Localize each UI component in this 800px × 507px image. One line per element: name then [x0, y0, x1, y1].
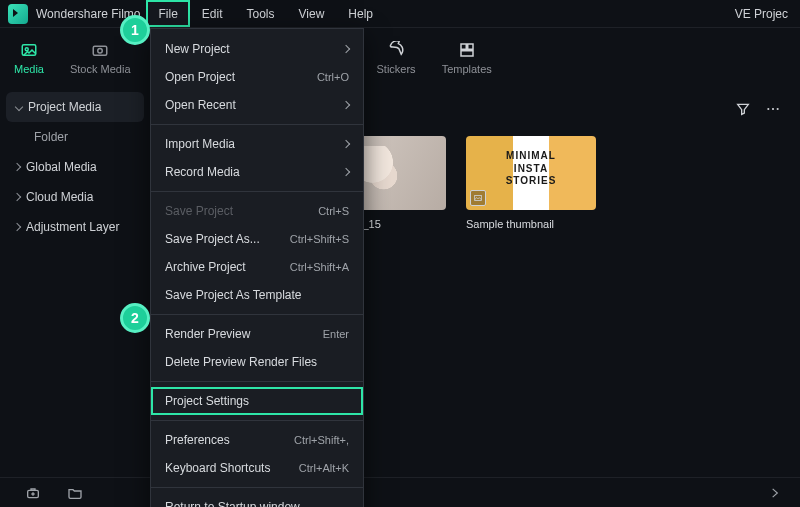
menu-item-label: Record Media: [165, 165, 240, 179]
menu-item-delete-preview-render-files[interactable]: Delete Preview Render Files: [151, 348, 363, 376]
menu-item-preferences[interactable]: PreferencesCtrl+Shift+,: [151, 426, 363, 454]
more-button[interactable]: [762, 98, 784, 120]
menu-item-shortcut: Ctrl+Alt+K: [299, 462, 349, 474]
svg-point-1: [25, 48, 28, 51]
image-icon: [19, 41, 39, 59]
menu-item-shortcut: Ctrl+Shift+S: [290, 233, 349, 245]
tab-stickers[interactable]: Stickers: [377, 41, 416, 75]
media-card[interactable]: MINIMAL INSTA STORIES Sample thumbnail: [466, 136, 596, 230]
menu-separator: [151, 420, 363, 421]
step-badge-1: 1: [120, 15, 150, 45]
tab-media-label: Media: [14, 63, 44, 75]
sidebar-item-label: Folder: [34, 130, 68, 144]
menu-item-keyboard-shortcuts[interactable]: Keyboard ShortcutsCtrl+Alt+K: [151, 454, 363, 482]
menu-separator: [151, 487, 363, 488]
menu-item-label: Archive Project: [165, 260, 246, 274]
menu-item-label: Open Project: [165, 70, 235, 84]
chevron-right-icon: [342, 168, 350, 176]
menu-help[interactable]: Help: [336, 0, 385, 27]
menu-edit[interactable]: Edit: [190, 0, 235, 27]
chevron-right-icon: [342, 45, 350, 53]
menu-item-new-project[interactable]: New Project: [151, 35, 363, 63]
tab-stickers-label: Stickers: [377, 63, 416, 75]
sidebar-item-adjustment-layer[interactable]: Adjustment Layer: [0, 212, 150, 242]
menu-view[interactable]: View: [287, 0, 337, 27]
filter-button[interactable]: [732, 98, 754, 120]
menu-item-shortcut: Enter: [323, 328, 349, 340]
menu-separator: [151, 124, 363, 125]
menu-item-label: Save Project As Template: [165, 288, 302, 302]
sidebar-item-cloud-media[interactable]: Cloud Media: [0, 182, 150, 212]
tab-templates-label: Templates: [442, 63, 492, 75]
menu-tools[interactable]: Tools: [235, 0, 287, 27]
menu-file[interactable]: File: [146, 0, 189, 27]
menu-bar: File Edit Tools View Help: [146, 0, 385, 27]
camera-icon: [90, 41, 110, 59]
tab-stock-media-label: Stock Media: [70, 63, 131, 75]
tab-media[interactable]: Media: [14, 41, 44, 75]
sidebar-item-folder[interactable]: Folder: [0, 122, 150, 152]
sidebar-item-project-media[interactable]: Project Media: [6, 92, 144, 122]
menu-separator: [151, 314, 363, 315]
menu-item-shortcut: Ctrl+Shift+,: [294, 434, 349, 446]
collapse-button[interactable]: [764, 482, 786, 504]
media-tab-bar: Media Stock Media Stickers Templates: [0, 28, 800, 88]
menu-item-shortcut: Ctrl+Shift+A: [290, 261, 349, 273]
menu-item-project-settings[interactable]: Project Settings: [151, 387, 363, 415]
step-badge-2: 2: [120, 303, 150, 333]
svg-rect-5: [467, 44, 472, 49]
sidebar: Project Media Folder Global Media Cloud …: [0, 88, 150, 477]
menu-item-save-project-as-template[interactable]: Save Project As Template: [151, 281, 363, 309]
svg-rect-4: [461, 44, 466, 49]
menu-item-import-media[interactable]: Import Media: [151, 130, 363, 158]
menu-item-label: Preferences: [165, 433, 230, 447]
filter-icon: [735, 101, 751, 117]
image-badge-icon: [470, 190, 486, 206]
sidebar-item-label: Project Media: [28, 100, 101, 114]
chevron-right-icon: [13, 223, 21, 231]
menu-item-label: Return to Startup window: [165, 500, 300, 507]
menu-item-label: Save Project: [165, 204, 233, 218]
menu-item-save-project-as[interactable]: Save Project As...Ctrl+Shift+S: [151, 225, 363, 253]
svg-point-7: [767, 108, 769, 110]
menu-item-archive-project[interactable]: Archive ProjectCtrl+Shift+A: [151, 253, 363, 281]
sidebar-item-label: Global Media: [26, 160, 97, 174]
tab-stock-media[interactable]: Stock Media: [70, 41, 131, 75]
menu-item-record-media[interactable]: Record Media: [151, 158, 363, 186]
menu-item-open-recent[interactable]: Open Recent: [151, 91, 363, 119]
project-title: VE Projec: [735, 7, 788, 21]
menu-item-label: New Project: [165, 42, 230, 56]
menu-item-label: Import Media: [165, 137, 235, 151]
thumbnail-sample: MINIMAL INSTA STORIES: [466, 136, 596, 210]
more-icon: [765, 101, 781, 117]
chevron-down-icon: [15, 103, 23, 111]
file-menu-dropdown: New ProjectOpen ProjectCtrl+OOpen Recent…: [150, 28, 364, 507]
menu-item-save-project: Save ProjectCtrl+S: [151, 197, 363, 225]
menu-item-render-preview[interactable]: Render PreviewEnter: [151, 320, 363, 348]
menu-item-label: Keyboard Shortcuts: [165, 461, 270, 475]
footer-bar: [0, 477, 800, 507]
templates-icon: [457, 41, 477, 59]
menu-item-label: Open Recent: [165, 98, 236, 112]
sidebar-item-global-media[interactable]: Global Media: [0, 152, 150, 182]
svg-point-9: [777, 108, 779, 110]
new-folder-button[interactable]: [64, 482, 86, 504]
body-area: Project Media Folder Global Media Cloud …: [0, 88, 800, 477]
svg-rect-2: [93, 46, 107, 55]
new-bin-button[interactable]: [22, 482, 44, 504]
svg-rect-12: [475, 196, 482, 201]
tab-templates[interactable]: Templates: [442, 41, 492, 75]
app-logo-icon: [8, 4, 28, 24]
sidebar-item-label: Adjustment Layer: [26, 220, 119, 234]
menu-item-return-to-startup-window[interactable]: Return to Startup window: [151, 493, 363, 507]
menu-separator: [151, 191, 363, 192]
thumbnail-overlay-text: MINIMAL INSTA STORIES: [466, 150, 596, 188]
menu-item-label: Project Settings: [165, 394, 249, 408]
menu-item-open-project[interactable]: Open ProjectCtrl+O: [151, 63, 363, 91]
menu-item-label: Delete Preview Render Files: [165, 355, 317, 369]
chevron-right-icon: [13, 163, 21, 171]
menu-item-label: Render Preview: [165, 327, 250, 341]
menu-item-shortcut: Ctrl+O: [317, 71, 349, 83]
chevron-right-icon: [13, 193, 21, 201]
svg-point-8: [772, 108, 774, 110]
